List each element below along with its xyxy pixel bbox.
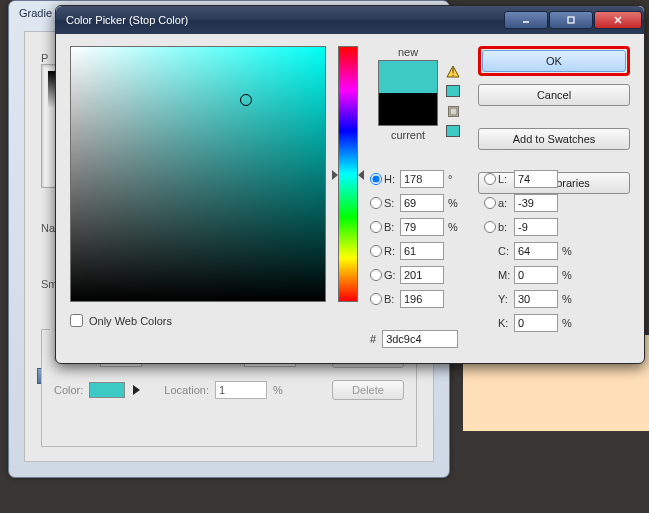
- color-picker-window: Color Picker (Stop Color) new current !: [55, 5, 645, 364]
- mode-l-radio[interactable]: [484, 173, 496, 185]
- websafe-swatch[interactable]: [446, 125, 460, 137]
- only-web-colors-label: Only Web Colors: [89, 315, 172, 327]
- mode-g-radio[interactable]: [370, 269, 382, 281]
- k-label: K:: [498, 317, 514, 329]
- mode-brgb-radio[interactable]: [370, 293, 382, 305]
- y-unit: %: [560, 293, 578, 305]
- mode-blab-radio[interactable]: [484, 221, 496, 233]
- new-current-block: new current: [370, 46, 446, 143]
- s-input[interactable]: [400, 194, 444, 212]
- bhsb-input[interactable]: [400, 218, 444, 236]
- gamut-swatch[interactable]: [446, 85, 460, 97]
- new-label: new: [370, 46, 446, 58]
- hex-input[interactable]: [382, 330, 458, 348]
- h-unit: °: [446, 173, 464, 185]
- titlebar[interactable]: Color Picker (Stop Color): [56, 6, 644, 34]
- s-label: S:: [384, 197, 400, 209]
- location-unit: %: [273, 384, 283, 396]
- c-label: C:: [498, 245, 514, 257]
- current-label: current: [370, 129, 446, 141]
- l-input[interactable]: [514, 170, 558, 188]
- minimize-button[interactable]: [504, 11, 548, 29]
- color-label: Color:: [54, 384, 83, 396]
- color-field[interactable]: [70, 46, 326, 302]
- svg-rect-1: [568, 17, 574, 23]
- mode-b-radio[interactable]: [370, 221, 382, 233]
- gamut-warning-icon[interactable]: !: [442, 62, 464, 80]
- svg-text:!: !: [451, 66, 454, 78]
- location-input-2[interactable]: [215, 381, 267, 399]
- r-label: R:: [384, 245, 400, 257]
- mode-h-radio[interactable]: [370, 173, 382, 185]
- k-input[interactable]: [514, 314, 558, 332]
- add-to-swatches-button[interactable]: Add to Swatches: [478, 128, 630, 150]
- brgb-label: B:: [384, 293, 400, 305]
- hue-bar[interactable]: [338, 46, 358, 302]
- c-input[interactable]: [514, 242, 558, 260]
- stop-color-swatch[interactable]: [89, 382, 125, 398]
- h-label: H:: [384, 173, 400, 185]
- m-unit: %: [560, 269, 578, 281]
- h-input[interactable]: [400, 170, 444, 188]
- g-label: G:: [384, 269, 400, 281]
- brgb-input[interactable]: [400, 290, 444, 308]
- m-label: M:: [498, 269, 514, 281]
- m-input[interactable]: [514, 266, 558, 284]
- y-input[interactable]: [514, 290, 558, 308]
- ok-button[interactable]: OK: [482, 50, 626, 72]
- location-label: Location:: [164, 384, 209, 396]
- a-input[interactable]: [514, 194, 558, 212]
- only-web-colors-checkbox[interactable]: [70, 314, 83, 327]
- maximize-button[interactable]: [549, 11, 593, 29]
- cancel-button[interactable]: Cancel: [478, 84, 630, 106]
- close-button[interactable]: [594, 11, 642, 29]
- delete-color-stop-button[interactable]: Delete: [332, 380, 404, 400]
- dropdown-arrow-icon[interactable]: [133, 385, 140, 395]
- blab-input[interactable]: [514, 218, 558, 236]
- hex-prefix: #: [370, 333, 376, 345]
- mode-a-radio[interactable]: [484, 197, 496, 209]
- s-unit: %: [446, 197, 464, 209]
- k-unit: %: [560, 317, 578, 329]
- blab-label: b:: [498, 221, 514, 233]
- new-color-swatch[interactable]: [379, 61, 437, 93]
- g-input[interactable]: [400, 266, 444, 284]
- r-input[interactable]: [400, 242, 444, 260]
- window-title: Color Picker (Stop Color): [66, 14, 503, 26]
- websafe-warning-icon[interactable]: [442, 102, 464, 120]
- current-color-swatch[interactable]: [379, 93, 437, 125]
- bhsb-unit: %: [446, 221, 464, 233]
- tutorial-callout-ok: OK: [478, 46, 630, 76]
- color-field-cursor[interactable]: [240, 94, 252, 106]
- c-unit: %: [560, 245, 578, 257]
- mode-r-radio[interactable]: [370, 245, 382, 257]
- mode-s-radio[interactable]: [370, 197, 382, 209]
- bhsb-label: B:: [384, 221, 400, 233]
- a-label: a:: [498, 197, 514, 209]
- l-label: L:: [498, 173, 514, 185]
- y-label: Y:: [498, 293, 514, 305]
